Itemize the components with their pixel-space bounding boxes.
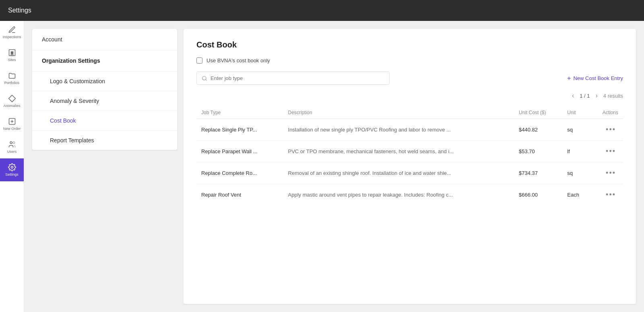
cell-unit: Each [562, 184, 591, 206]
use-bvna-checkbox[interactable] [196, 57, 202, 64]
nav-item-anomalies[interactable]: Anomalies [0, 90, 24, 113]
menu-section-org-settings: Organization Settings [32, 50, 177, 72]
checkbox-row: Use BVNA's cost book only [196, 57, 623, 64]
header-title: Settings [8, 7, 31, 14]
row-actions-button[interactable]: ••• [603, 190, 618, 200]
svg-point-4 [12, 142, 14, 144]
prev-page-button[interactable]: ‹ [570, 91, 576, 100]
search-input[interactable] [211, 75, 384, 81]
right-panel: Cost Book Use BVNA's cost book only + Ne… [184, 29, 636, 304]
search-box [196, 72, 390, 85]
building-icon [8, 49, 16, 57]
nav-item-sites[interactable]: Sites [0, 44, 24, 67]
nav-settings-label: Settings [5, 172, 19, 177]
nav-users-label: Users [7, 150, 17, 154]
svg-point-5 [11, 166, 13, 168]
cell-description: Installation of new single ply TPO/PVC R… [283, 119, 514, 141]
svg-rect-0 [9, 50, 15, 56]
menu-item-account[interactable]: Account [32, 29, 177, 50]
plus-icon: + [567, 75, 571, 82]
main-content: Account Organization Settings Logo & Cus… [24, 0, 644, 312]
cell-unit-cost: $666.00 [514, 184, 562, 206]
results-count: 4 results [603, 93, 623, 99]
col-header-actions: Actions [591, 107, 623, 119]
col-header-unit: Unit [562, 107, 591, 119]
cell-job-type: Replace Parapet Wall ... [196, 141, 283, 162]
folder-icon [8, 72, 16, 80]
users-icon [8, 140, 16, 148]
cell-actions: ••• [591, 141, 623, 162]
svg-point-6 [202, 76, 206, 80]
col-header-unit-cost: Unit Cost ($) [514, 107, 562, 119]
svg-marker-1 [8, 95, 15, 102]
table-row: Replace Single Ply TP... Installation of… [196, 119, 623, 141]
next-page-button[interactable]: › [594, 91, 599, 100]
search-row: + New Cost Book Entry [196, 72, 623, 85]
gear-icon [8, 163, 16, 171]
left-panel: Account Organization Settings Logo & Cus… [32, 29, 177, 150]
nav-item-inspections[interactable]: Inspections [0, 21, 24, 44]
cell-unit-cost: $53.70 [514, 141, 562, 162]
search-icon [202, 76, 207, 81]
page-current: 1 / 1 [580, 93, 590, 99]
cell-description: Removal of an existing shingle roof. Ins… [283, 162, 514, 184]
cell-actions: ••• [591, 119, 623, 141]
nav-anomalies-label: Anomalies [3, 104, 20, 108]
nav-item-settings[interactable]: Settings [0, 158, 24, 181]
table-row: Replace Complete Ro... Removal of an exi… [196, 162, 623, 184]
nav-new-order-label: New Order [3, 127, 21, 131]
cell-job-type: Repair Roof Vent [196, 184, 283, 206]
panel-title: Cost Book [196, 40, 623, 49]
nav-portfolios-label: Portfolios [4, 81, 20, 85]
nav-item-portfolios[interactable]: Portfolios [0, 67, 24, 90]
diamond-icon [8, 94, 16, 103]
row-actions-button[interactable]: ••• [603, 146, 618, 156]
pagination-row: ‹ 1 / 1 › 4 results [196, 91, 623, 100]
sub-item-report[interactable]: Report Templates [32, 131, 177, 150]
sub-item-anomaly[interactable]: Anomaly & Severity [32, 91, 177, 111]
cell-unit-cost: $734.37 [514, 162, 562, 184]
cell-description: PVC or TPO membrane, mechanical fastener… [283, 141, 514, 162]
cell-description: Apply mastic around vent pipes to repair… [283, 184, 514, 206]
table-row: Repair Roof Vent Apply mastic around ven… [196, 184, 623, 206]
cost-table: Job Type Description Unit Cost ($) Unit … [196, 107, 623, 205]
cell-job-type: Replace Complete Ro... [196, 162, 283, 184]
col-header-job-type: Job Type [196, 107, 283, 119]
cell-unit: sq [562, 162, 591, 184]
top-header: Settings [0, 0, 644, 21]
nav-inspections-label: Inspections [3, 35, 21, 39]
nav-item-users[interactable]: Users [0, 135, 24, 158]
cell-actions: ••• [591, 162, 623, 184]
pencil-icon [8, 26, 16, 34]
left-nav: Inspections Sites Portfolios Anomalies N… [0, 0, 24, 312]
new-cost-book-entry-button[interactable]: + New Cost Book Entry [567, 75, 623, 82]
cell-actions: ••• [591, 184, 623, 206]
nav-item-new-order[interactable]: New Order [0, 113, 24, 135]
content-area: Account Organization Settings Logo & Cus… [24, 21, 644, 312]
svg-point-3 [10, 142, 12, 144]
cell-job-type: Replace Single Ply TP... [196, 119, 283, 141]
cell-unit-cost: $440.82 [514, 119, 562, 141]
sub-item-logo[interactable]: Logo & Customization [32, 72, 177, 91]
row-actions-button[interactable]: ••• [603, 168, 618, 178]
col-header-description: Description [283, 107, 514, 119]
cell-unit: sq [562, 119, 591, 141]
nav-sites-label: Sites [8, 58, 16, 62]
row-actions-button[interactable]: ••• [603, 125, 618, 135]
table-row: Replace Parapet Wall ... PVC or TPO memb… [196, 141, 623, 162]
new-entry-label: New Cost Book Entry [573, 75, 623, 81]
plus-square-icon [8, 117, 16, 125]
sub-item-costbook[interactable]: Cost Book [32, 111, 177, 131]
checkbox-label: Use BVNA's cost book only [206, 57, 270, 64]
cell-unit: lf [562, 141, 591, 162]
